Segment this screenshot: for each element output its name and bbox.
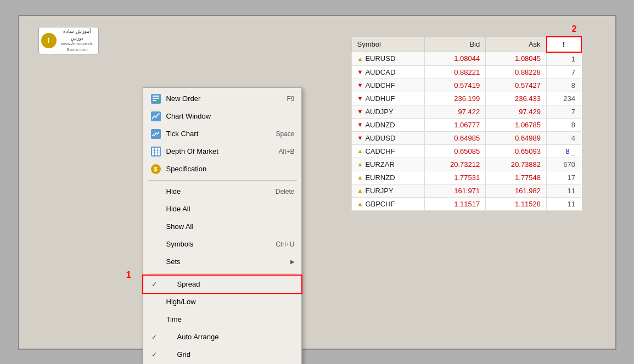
svg-rect-17 <box>158 153 160 155</box>
ask-value: 1.08045 <box>486 52 547 66</box>
arrow-up-icon: ▲ <box>357 200 363 207</box>
grid-label: Grid <box>177 350 295 359</box>
symbol-name: AUDUSD <box>365 134 395 142</box>
spec-icon: $ <box>150 163 162 175</box>
symbols-label: Symbols <box>166 240 265 248</box>
spread-label: Spread <box>177 280 295 288</box>
logo-title: آموزش ساده بورس <box>59 29 96 41</box>
arrow-down-icon: ▼ <box>357 108 363 115</box>
spread-icon <box>161 278 173 290</box>
market-watch: 2 Symbol Bid Ask ! ▲EURUSD 1.08044 1.080… <box>351 35 582 211</box>
ask-value: 0.88228 <box>486 65 547 79</box>
bid-value: 97.422 <box>425 105 486 118</box>
ask-value: 1.11528 <box>486 197 547 210</box>
table-row: ▲EURJPY 161.971 161.982 11 <box>351 184 581 197</box>
logo-circle: آ <box>41 33 57 48</box>
depth-icon <box>150 145 162 158</box>
hide-all-label: Hide All <box>166 205 295 213</box>
logo-icon: آ <box>48 38 49 44</box>
symbol-name: CADCHF <box>365 147 395 155</box>
spread-value: 8 <box>547 118 581 131</box>
logo-box: آ آموزش ساده بورس www.Amoozesh-Boors.com <box>38 27 99 54</box>
menu-item-hide[interactable]: Hide Delete <box>143 183 301 200</box>
symbol-cell: ▼AUDNZD <box>351 118 425 131</box>
new-order-shortcut: F9 <box>287 95 294 103</box>
sets-icon <box>150 256 162 268</box>
hide-label: Hide <box>166 187 265 195</box>
menu-item-tick-chart[interactable]: Tick Chart Space <box>143 125 301 143</box>
symbol-cell: ▼AUDCAD <box>351 65 425 79</box>
spread-value: 1 <box>547 52 581 66</box>
grid-check: ✓ <box>150 351 159 359</box>
menu-item-show-all[interactable]: Show All <box>143 218 301 236</box>
menu-item-symbols[interactable]: Symbols Ctrl+U <box>143 236 301 253</box>
svg-rect-6 <box>151 111 161 121</box>
spread-value: 4 <box>547 131 581 144</box>
label-1: 1 <box>126 270 131 281</box>
new-order-label: New Order <box>166 94 276 103</box>
separator-1 <box>148 180 297 181</box>
spread-value: 8 _ <box>547 144 581 158</box>
symbol-cell: ▲EURNZD <box>351 171 425 184</box>
symbol-cell: ▲EURZAR <box>351 158 425 171</box>
bid-value: 1.08044 <box>425 52 486 66</box>
svg-rect-9 <box>152 148 154 150</box>
table-row: ▲CADCHF 0.65085 0.65093 8 _ <box>351 144 581 158</box>
col-symbol: Symbol <box>351 37 425 52</box>
ask-value: 1.06785 <box>486 118 547 131</box>
menu-item-hide-all[interactable]: Hide All <box>143 200 301 218</box>
arrow-up-icon: ▲ <box>357 174 363 181</box>
spread-value: 11 <box>547 197 581 210</box>
menu-item-spread[interactable]: ✓ Spread <box>143 276 301 293</box>
spec-label: Specification <box>166 165 295 173</box>
table-row: ▲EURUSD 1.08044 1.08045 1 <box>351 52 581 66</box>
show-all-label: Show All <box>166 222 295 231</box>
spread-value: 17 <box>547 171 581 184</box>
symbol-name: GBPCHF <box>365 200 395 208</box>
table-row: ▲GBPCHF 1.11517 1.11528 11 <box>351 197 581 210</box>
menu-item-auto-arrange[interactable]: ✓ Auto Arrange <box>143 328 301 346</box>
menu-item-chart-window[interactable]: Chart Window <box>143 108 301 125</box>
bid-value: 0.57419 <box>425 79 486 92</box>
symbol-cell: ▲CADCHF <box>351 144 425 158</box>
sets-label: Sets <box>166 257 288 266</box>
menu-item-sets[interactable]: Sets ▶ <box>143 253 301 271</box>
depth-shortcut: Alt+B <box>278 148 294 155</box>
arrow-down-icon: ▼ <box>357 82 363 88</box>
symbol-cell: ▼AUDHUF <box>351 92 425 105</box>
depth-label: Depth Of Market <box>166 147 268 155</box>
symbol-name: AUDJPY <box>365 108 393 116</box>
spread-value: 7 <box>547 65 581 79</box>
context-menu: New Order F9 Chart Window Tick Chart Spa… <box>143 87 302 365</box>
bid-value: 0.88221 <box>425 65 486 79</box>
menu-item-new-order[interactable]: New Order F9 <box>143 90 301 108</box>
table-row: ▼AUDUSD 0.64985 0.64989 4 <box>351 131 581 144</box>
symbol-cell: ▼AUDCHF <box>351 79 425 92</box>
menu-item-time[interactable]: Time <box>143 311 301 328</box>
spread-value: 7 <box>547 105 581 118</box>
symbols-icon <box>150 238 162 250</box>
tick-chart-shortcut: Space <box>276 130 294 138</box>
bid-value: 1.06777 <box>425 118 486 131</box>
symbol-name: EURNZD <box>365 173 395 182</box>
svg-rect-10 <box>155 148 157 150</box>
chart-window-icon <box>150 110 162 122</box>
label-2: 2 <box>572 24 577 34</box>
menu-item-depth[interactable]: Depth Of Market Alt+B <box>143 143 301 160</box>
symbol-name: AUDHUF <box>365 94 395 103</box>
main-container: آ آموزش ساده بورس www.Amoozesh-Boors.com… <box>18 15 616 350</box>
bid-value: 236.199 <box>425 92 486 105</box>
bid-value: 0.65085 <box>425 144 486 158</box>
arrow-down-icon: ▼ <box>357 95 363 102</box>
svg-rect-11 <box>158 148 160 150</box>
grid-icon <box>161 349 173 361</box>
hide-all-icon <box>150 203 162 215</box>
menu-item-grid[interactable]: ✓ Grid <box>143 346 301 363</box>
menu-item-specification[interactable]: $ Specification <box>143 160 301 178</box>
logo-url: www.Amoozesh-Boors.com <box>59 41 96 53</box>
arrow-down-icon: ▼ <box>357 69 363 75</box>
ask-value: 1.77548 <box>486 171 547 184</box>
auto-arrange-icon <box>161 331 173 343</box>
svg-rect-14 <box>158 150 160 153</box>
menu-item-high-low[interactable]: High/Low <box>143 293 301 311</box>
